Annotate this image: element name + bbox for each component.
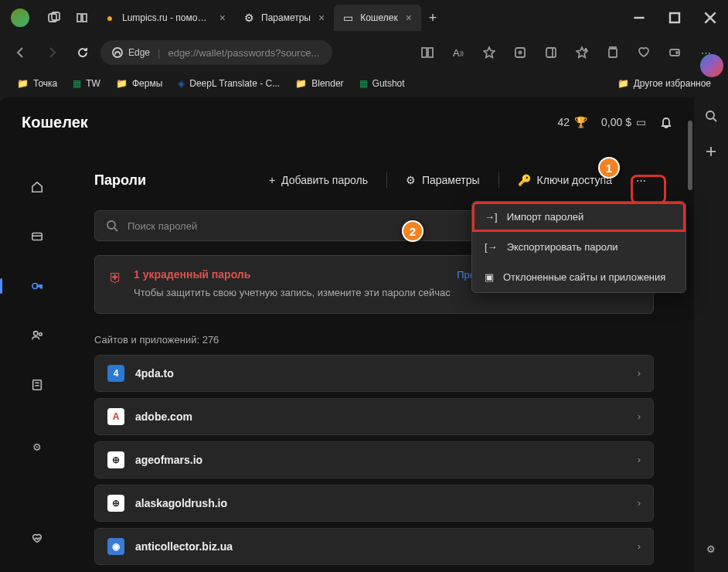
sidebar-icon[interactable] [536, 39, 566, 66]
nav-info[interactable] [22, 322, 53, 349]
close-icon[interactable]: × [317, 10, 326, 26]
site-favicon: A [107, 408, 124, 425]
nav-passwords[interactable] [22, 272, 53, 300]
svg-rect-10 [428, 48, 433, 57]
tab-favicon: ● [104, 12, 116, 24]
tab-actions-icon[interactable] [68, 7, 96, 29]
gear-icon: ⚙ [243, 12, 255, 24]
bookmark-item[interactable]: 📁Blender [289, 75, 349, 92]
other-bookmarks[interactable]: 📁Другое избранное [611, 75, 717, 92]
wallet-page: Кошелек 42🏆 0,00 $▭ ⚙ Пароли +Добавить п… [0, 97, 694, 572]
svg-rect-3 [83, 14, 87, 22]
close-window-button[interactable] [692, 2, 728, 33]
favorites-icon[interactable] [567, 39, 597, 66]
new-tab-button[interactable]: + [421, 5, 445, 31]
site-row[interactable]: 44pda.to› [94, 355, 654, 392]
scrollbar-thumb[interactable] [688, 121, 692, 190]
callout-ring-1 [631, 175, 666, 204]
site-favicon: ◉ [107, 538, 124, 555]
browser-tab-0[interactable]: ● Lumpics.ru - помощь с × [96, 5, 235, 31]
menu-declined-sites[interactable]: ▣Отклоненные сайты и приложения [472, 262, 685, 292]
svg-point-8 [113, 48, 122, 57]
tab-label: Параметры [261, 12, 311, 23]
bookmark-item[interactable]: 📁Точка [11, 75, 63, 92]
site-name: anticollector.biz.ua [135, 540, 627, 553]
svg-rect-11 [515, 48, 525, 57]
chevron-right-icon: › [638, 454, 641, 465]
menu-import-passwords[interactable]: →]Импорт паролей [472, 202, 685, 232]
nav-donate[interactable] [22, 524, 53, 552]
bookmark-item[interactable]: ▦Gutshot [353, 75, 411, 92]
maximize-button[interactable] [657, 2, 692, 33]
nav-settings[interactable]: ⚙ [22, 433, 53, 461]
key-icon: 🔑 [518, 174, 531, 186]
back-button[interactable] [8, 39, 34, 66]
sheet-icon: ▦ [359, 78, 368, 89]
browser-tab-2[interactable]: ▭ Кошелек × [334, 5, 421, 31]
folder-icon: 📁 [17, 78, 29, 89]
site-favicon: ⊕ [107, 495, 124, 512]
site-row[interactable]: ⊕ageofmars.io› [94, 441, 654, 478]
close-icon[interactable]: × [218, 10, 227, 26]
collections-icon[interactable] [598, 39, 628, 66]
refresh-button[interactable] [70, 39, 96, 66]
bookmark-item[interactable]: 📁Фермы [110, 75, 168, 92]
close-icon[interactable]: × [404, 10, 413, 26]
svg-point-21 [706, 111, 714, 119]
tabs-row: ● Lumpics.ru - помощь с × ⚙ Параметры × … [96, 0, 621, 36]
bookmark-item[interactable]: ▦TW [66, 75, 107, 92]
svg-rect-25 [32, 233, 42, 240]
add-password-button[interactable]: +Добавить пароль [260, 169, 377, 191]
chevron-right-icon: › [638, 540, 641, 552]
balance[interactable]: 0,00 $▭ [601, 116, 646, 128]
browser-toolbar: Edge | edge://wallet/passwords?source...… [0, 36, 728, 70]
sites-list: 44pda.to›Aadobe.com›⊕ageofmars.io›⊕alask… [74, 355, 674, 565]
menu-export-passwords[interactable]: [→Экспортировать пароли [472, 232, 685, 262]
shield-icon: ⛨ [109, 270, 123, 301]
site-row[interactable]: ⊕alaskagoldrush.io› [94, 485, 654, 522]
gear-icon[interactable]: ⚙ [699, 536, 723, 561]
nav-home[interactable] [22, 173, 53, 201]
split-screen-icon[interactable] [413, 39, 442, 66]
performance-icon[interactable] [660, 39, 689, 66]
address-bar[interactable]: Edge | edge://wallet/passwords?source... [100, 40, 332, 65]
minimize-button[interactable] [621, 2, 657, 33]
nav-cards[interactable] [22, 223, 53, 250]
svg-rect-32 [33, 380, 42, 390]
sites-count: Сайтов и приложений: 276 [74, 326, 674, 355]
browser-tab-1[interactable]: ⚙ Параметры × [235, 5, 334, 31]
svg-point-20 [676, 52, 678, 53]
bell-icon[interactable] [660, 116, 672, 128]
folder-icon: 📁 [617, 78, 629, 89]
extensions-icon[interactable] [505, 39, 535, 66]
site-favicon: ⊕ [107, 451, 124, 468]
star-icon[interactable] [475, 39, 504, 66]
forward-button [39, 39, 65, 66]
url-text: edge://wallet/passwords?source... [168, 47, 319, 59]
health-icon[interactable] [629, 39, 658, 66]
site-identity[interactable]: Edge [111, 46, 150, 59]
plus-icon[interactable] [699, 139, 723, 164]
nav-tracking[interactable] [22, 371, 53, 399]
window-titlebar: ● Lumpics.ru - помощь с × ⚙ Параметры × … [0, 0, 728, 36]
sheet-icon: ▦ [73, 78, 81, 89]
workspaces-icon[interactable] [40, 7, 68, 29]
link-icon: ◈ [178, 78, 185, 89]
search-icon[interactable] [699, 104, 723, 128]
site-row[interactable]: Aadobe.com› [94, 398, 654, 435]
folder-icon: 📁 [295, 78, 307, 89]
browser-sidebar: ⚙ [694, 97, 728, 572]
profile-avatar[interactable] [11, 9, 29, 27]
bookmark-item[interactable]: ◈DeepL Translate - C... [172, 75, 286, 92]
site-row[interactable]: ◉anticollector.biz.ua› [94, 528, 654, 565]
rewards-points[interactable]: 42🏆 [557, 116, 587, 128]
window-controls [621, 2, 728, 33]
wallet-nav: ⚙ [0, 147, 74, 572]
svg-point-35 [107, 221, 115, 229]
copilot-icon[interactable] [700, 54, 723, 77]
read-aloud-icon[interactable]: A)) [444, 39, 473, 66]
site-favicon: 4 [107, 365, 124, 382]
divider [386, 172, 387, 188]
settings-button[interactable]: ⚙Параметры [396, 169, 489, 191]
blocked-icon: ▣ [485, 271, 494, 283]
